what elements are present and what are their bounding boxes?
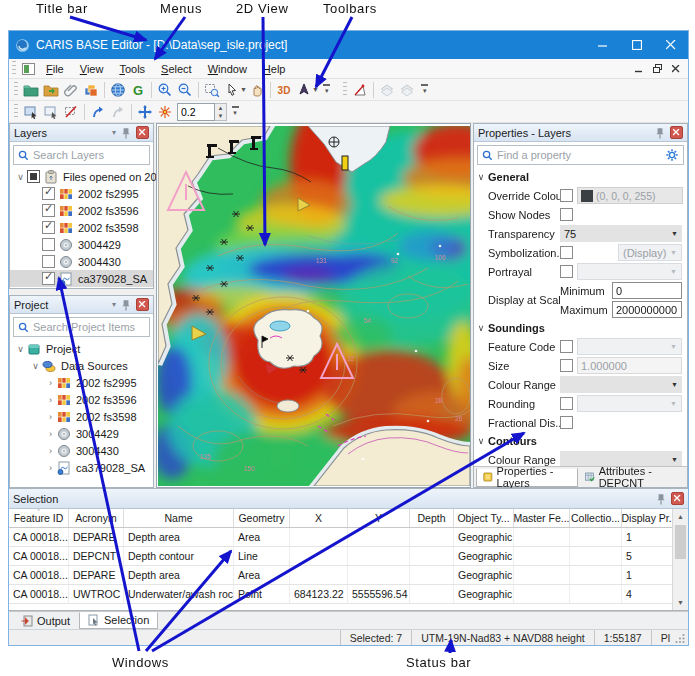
property-checkbox[interactable] bbox=[560, 416, 573, 429]
property-checkbox[interactable] bbox=[560, 265, 573, 278]
tree-item-ca379028-sa[interactable]: ›ca379028_SA bbox=[10, 459, 153, 476]
column-header-collectio-[interactable]: Collectio... bbox=[570, 509, 622, 527]
menu-file[interactable]: File bbox=[38, 59, 72, 78]
panel-menu-icon[interactable]: ▾ bbox=[112, 128, 116, 137]
table-row[interactable]: CA 00018...DEPAREDepth areaAreaGeographi… bbox=[9, 528, 672, 547]
move-icon[interactable] bbox=[135, 102, 155, 122]
table-row[interactable]: CA 00018...DEPCNTDepth contourLineGeogra… bbox=[9, 547, 672, 566]
pan-hand-icon[interactable] bbox=[247, 80, 267, 100]
deselect-feature-icon-disabled[interactable] bbox=[108, 102, 128, 122]
property-checkbox[interactable] bbox=[560, 359, 573, 372]
menu-tools[interactable]: Tools bbox=[111, 59, 153, 78]
tab-properties-layers[interactable]: Properties - Layers bbox=[476, 468, 578, 487]
north-arrow-dropdown[interactable]: ▼ bbox=[312, 86, 319, 93]
property-checkbox[interactable] bbox=[560, 397, 573, 410]
column-header-depth[interactable]: Depth bbox=[410, 509, 454, 527]
toolbar-overflow-button[interactable]: ▾ bbox=[419, 81, 431, 99]
tree-item-3004430[interactable]: ›3004430 bbox=[10, 442, 153, 459]
pin-icon[interactable] bbox=[120, 299, 132, 311]
property-checkbox[interactable] bbox=[560, 340, 573, 353]
spin-up-button[interactable]: ▲ bbox=[215, 104, 226, 112]
column-header-y[interactable]: Y bbox=[348, 509, 410, 527]
layer-checkbox[interactable] bbox=[42, 255, 55, 268]
mdi-restore-button[interactable] bbox=[653, 63, 662, 75]
surface-tool2-icon-disabled[interactable] bbox=[397, 80, 417, 100]
select-cursor-dropdown[interactable]: ▼ bbox=[240, 86, 247, 93]
menu-help[interactable]: Help bbox=[255, 59, 294, 78]
status-scale[interactable]: 1:55187 bbox=[594, 630, 651, 645]
3d-view-icon[interactable]: 3D bbox=[274, 80, 294, 100]
surface-tool-icon-disabled[interactable] bbox=[377, 80, 397, 100]
selection-panel-header[interactable]: Selection bbox=[9, 489, 688, 509]
column-header-geometry[interactable]: Geometry bbox=[234, 509, 290, 527]
layer-checkbox[interactable] bbox=[42, 272, 55, 285]
column-header-object-ty-[interactable]: Object Ty... bbox=[454, 509, 514, 527]
close-panel-icon[interactable] bbox=[670, 126, 683, 139]
minimize-button[interactable] bbox=[586, 31, 620, 59]
property-checkbox[interactable] bbox=[560, 189, 573, 202]
column-header-acronym[interactable]: Acronym bbox=[69, 509, 124, 527]
map-canvas[interactable]: 1319210654322826150135 bbox=[158, 126, 470, 486]
scroll-down-button[interactable]: ▼ bbox=[673, 595, 688, 610]
toolbar-overflow-button[interactable]: ▾ bbox=[321, 81, 333, 99]
section-contours[interactable]: ∨Contours bbox=[474, 432, 687, 450]
dock-tab-selection[interactable]: Selection bbox=[79, 612, 158, 629]
open-project-icon[interactable] bbox=[21, 80, 41, 100]
menu-window[interactable]: Window bbox=[200, 59, 255, 78]
zoom-out-icon[interactable] bbox=[175, 80, 195, 100]
property-dropdown[interactable]: 75▼ bbox=[560, 225, 682, 242]
tree-item-2002-fs3598[interactable]: 2002 fs3598 bbox=[10, 219, 153, 236]
tree-item-files-opened-on-201-[interactable]: ∨Files opened on 201... bbox=[10, 168, 153, 185]
table-row[interactable]: CA 00018...UWTROCUnderwater/awash rockPo… bbox=[9, 585, 672, 604]
layers-icon[interactable] bbox=[81, 80, 101, 100]
globe-icon[interactable] bbox=[108, 80, 128, 100]
snap-tolerance-icon[interactable] bbox=[155, 102, 175, 122]
pin-icon[interactable] bbox=[654, 127, 666, 139]
zoom-window-icon[interactable] bbox=[202, 80, 222, 100]
layer-checkbox[interactable] bbox=[27, 170, 40, 183]
property-dropdown[interactable]: ▼ bbox=[577, 263, 682, 280]
tree-item-2002-fs3598[interactable]: ›2002 fs3598 bbox=[10, 408, 153, 425]
resize-grip[interactable] bbox=[674, 632, 686, 644]
refresh-icon[interactable]: G bbox=[128, 80, 148, 100]
attach-icon[interactable] bbox=[61, 80, 81, 100]
close-button[interactable] bbox=[654, 31, 688, 59]
project-panel-header[interactable]: Project ▾ bbox=[10, 296, 153, 314]
tree-item-2002-fs3596[interactable]: 2002 fs3596 bbox=[10, 202, 153, 219]
menu-view[interactable]: View bbox=[72, 59, 112, 78]
close-panel-icon[interactable] bbox=[136, 298, 149, 311]
scroll-up-button[interactable]: ▲ bbox=[673, 509, 688, 524]
north-arrow-icon[interactable] bbox=[294, 80, 314, 100]
column-header-master-fe-[interactable]: Master Fe... bbox=[514, 509, 570, 527]
map-2d-view[interactable]: 1319210654322826150135 bbox=[156, 123, 471, 488]
select-feature-icon[interactable] bbox=[88, 102, 108, 122]
layers-panel-header[interactable]: Layers ▾ bbox=[10, 124, 153, 142]
toolbar-grip[interactable] bbox=[14, 82, 18, 98]
title-bar[interactable]: CARIS BASE Editor - [D:\Data\sep_isle.pr… bbox=[9, 31, 688, 59]
toolbar-overflow-button[interactable]: ▾ bbox=[229, 103, 241, 121]
maximize-button[interactable] bbox=[620, 31, 654, 59]
tree-item-project[interactable]: ∨Project bbox=[10, 340, 153, 357]
layer-checkbox[interactable] bbox=[42, 187, 55, 200]
status-crs[interactable]: UTM-19N-Nad83 + NAVD88 height bbox=[411, 630, 594, 645]
slope-editor-icon[interactable] bbox=[350, 80, 370, 100]
mdi-minimize-button[interactable] bbox=[635, 63, 643, 75]
tree-item-data-sources[interactable]: ∨Data Sources bbox=[10, 357, 153, 374]
scrollbar-thumb[interactable] bbox=[675, 525, 686, 559]
pin-icon[interactable] bbox=[120, 127, 132, 139]
vertical-scrollbar[interactable]: ▲ ▼ bbox=[672, 509, 688, 610]
pin-icon[interactable] bbox=[655, 493, 667, 505]
menu-select[interactable]: Select bbox=[153, 59, 200, 78]
column-header-display-pr-[interactable]: Display Pr... bbox=[622, 509, 672, 527]
tree-item-3004430[interactable]: 3004430 bbox=[10, 253, 153, 270]
layer-checkbox[interactable] bbox=[42, 238, 55, 251]
layers-search-input[interactable] bbox=[33, 149, 145, 161]
property-input[interactable]: 1.000000 bbox=[577, 357, 682, 374]
minimum-scale-input[interactable]: 0 bbox=[612, 282, 682, 299]
zoom-in-icon[interactable] bbox=[155, 80, 175, 100]
toolbar-grip[interactable] bbox=[343, 82, 347, 98]
tab-attributes-depcnt[interactable]: Attributes - DEPCNT bbox=[578, 468, 687, 487]
menubar-grip[interactable] bbox=[12, 61, 16, 77]
tree-item-3004429[interactable]: 3004429 bbox=[10, 236, 153, 253]
property-dropdown[interactable]: ▼ bbox=[577, 395, 682, 412]
